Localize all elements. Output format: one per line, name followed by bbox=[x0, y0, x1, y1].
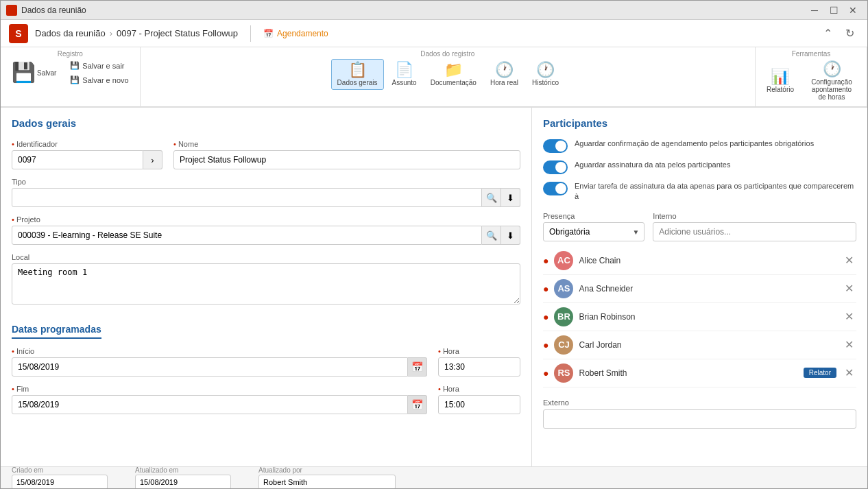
participant-name: Carl Jordan bbox=[579, 340, 836, 350]
hora-fim-label: Hora bbox=[438, 385, 520, 393]
projeto-input-wrap: 🔍 ⬇ bbox=[12, 226, 520, 245]
participant-name: Robert Smith bbox=[579, 368, 797, 378]
fim-date-input[interactable] bbox=[12, 395, 408, 414]
dados-gerais-icon: 📋 bbox=[348, 62, 367, 77]
remove-participant-button[interactable]: ✕ bbox=[842, 338, 856, 351]
tipo-clear-button[interactable]: ⬇ bbox=[501, 188, 520, 207]
dados-gerais-title: Dados gerais bbox=[12, 117, 520, 129]
atualizado-por-label: Atualizado por bbox=[258, 466, 396, 474]
historico-button[interactable]: 🕐 Histórico bbox=[527, 60, 564, 89]
participant-dot: ● bbox=[543, 283, 548, 294]
nome-input[interactable] bbox=[173, 150, 520, 169]
nome-group: Nome bbox=[173, 140, 520, 169]
presenca-select[interactable]: Obrigatória Opcional bbox=[543, 222, 644, 241]
close-button[interactable]: ✕ bbox=[844, 3, 862, 17]
app-icon bbox=[6, 5, 17, 16]
documentacao-button[interactable]: 📁 Documentação bbox=[425, 60, 482, 89]
tipo-search-button[interactable]: 🔍 bbox=[482, 188, 501, 207]
tipo-input[interactable] bbox=[12, 188, 482, 207]
local-group: Local Meeting room 1 bbox=[12, 253, 520, 305]
left-panel: Dados gerais Identificador › Nome bbox=[1, 108, 531, 466]
assunto-icon: 📄 bbox=[395, 62, 413, 77]
participant-row: ● BR Brian Robinson ✕ bbox=[543, 303, 856, 331]
id-nome-row: Identificador › Nome bbox=[12, 140, 520, 169]
remove-participant-button[interactable]: ✕ bbox=[842, 254, 856, 267]
hora-real-button[interactable]: 🕐 Hora real bbox=[485, 60, 524, 89]
criado-em-label: Criado em bbox=[12, 466, 108, 474]
participant-avatar: AC bbox=[554, 251, 573, 270]
toolbar-ferramentas-label: Ferramentas bbox=[792, 50, 831, 58]
toolbar-registro-section: Registro 💾 Salvar 💾 Salvar e sair bbox=[1, 47, 141, 106]
toolbar-registro-buttons: 💾 Salvar 💾 Salvar e sair 💾 Salvar e novo bbox=[6, 59, 134, 86]
header-actions: ⌃ ↻ bbox=[818, 24, 859, 43]
maximize-button[interactable]: ☐ bbox=[825, 3, 843, 17]
toggle3-row: Enviar tarefa de assinatura da ata apena… bbox=[543, 181, 856, 202]
fim-date-wrap: 📅 bbox=[12, 395, 427, 414]
save-button[interactable]: 💾 Salvar bbox=[6, 60, 62, 85]
atualizado-em-input[interactable] bbox=[135, 475, 231, 490]
toolbar-ferramentas-buttons: 📊 Relatório 🕐 Configuração apontamento d… bbox=[761, 59, 861, 104]
atualizado-por-input[interactable] bbox=[258, 475, 396, 490]
participant-avatar: CJ bbox=[554, 335, 573, 355]
presenca-select-wrap: Obrigatória Opcional ▼ bbox=[543, 222, 644, 241]
breadcrumb-home[interactable]: Dados da reunião bbox=[35, 28, 106, 38]
criado-em-group: Criado em bbox=[12, 466, 108, 490]
inicio-calendar-button[interactable]: 📅 bbox=[408, 357, 427, 377]
calendar-link[interactable]: 📅 Agendamento bbox=[263, 29, 328, 38]
toolbar-dados-buttons: 📋 Dados gerais 📄 Assunto 📁 Documentação … bbox=[331, 59, 564, 90]
interno-input[interactable] bbox=[653, 222, 856, 241]
toggle2-switch[interactable] bbox=[543, 160, 568, 174]
historico-label: Histórico bbox=[532, 79, 559, 86]
projeto-input[interactable] bbox=[12, 226, 482, 245]
footer: Criado em Atualizado em Atualizado por bbox=[1, 466, 867, 488]
remove-participant-button[interactable]: ✕ bbox=[842, 282, 856, 295]
projeto-search-button[interactable]: 🔍 bbox=[482, 226, 501, 245]
save-exit-label: Salvar e sair bbox=[82, 62, 124, 70]
inicio-date-input[interactable] bbox=[12, 357, 408, 377]
remove-participant-button[interactable]: ✕ bbox=[842, 366, 856, 379]
inicio-group: Início 📅 bbox=[12, 347, 427, 377]
criado-em-input[interactable] bbox=[12, 475, 108, 490]
atualizado-em-label: Atualizado em bbox=[135, 466, 231, 474]
fim-row: Fim 📅 Hora bbox=[12, 385, 520, 414]
relator-badge: Relator bbox=[804, 368, 836, 378]
relatorio-icon: 📊 bbox=[771, 69, 789, 84]
config-button[interactable]: 🕐 Configuração apontamento de horas bbox=[802, 59, 861, 104]
remove-participant-button[interactable]: ✕ bbox=[842, 310, 856, 323]
tipo-label: Tipo bbox=[12, 178, 520, 186]
app-logo: S bbox=[9, 24, 28, 43]
minimize-button[interactable]: ─ bbox=[806, 3, 823, 17]
id-input[interactable] bbox=[12, 150, 143, 169]
dados-gerais-button[interactable]: 📋 Dados gerais bbox=[331, 59, 384, 90]
dados-gerais-label: Dados gerais bbox=[337, 79, 378, 86]
id-nav-button[interactable]: › bbox=[143, 150, 162, 169]
projeto-clear-button[interactable]: ⬇ bbox=[501, 226, 520, 245]
externo-input[interactable] bbox=[543, 409, 856, 429]
tipo-input-wrap: 🔍 ⬇ bbox=[12, 188, 520, 207]
right-panel: Participantes Aguardar confirmação de ag… bbox=[531, 108, 867, 466]
toolbar-inner: Registro 💾 Salvar 💾 Salvar e sair bbox=[1, 47, 867, 106]
hora-inicio-input[interactable] bbox=[438, 357, 520, 377]
participant-row: ● AC Alice Chain ✕ bbox=[543, 247, 856, 275]
presence-row: Presença Obrigatória Opcional ▼ Interno bbox=[543, 212, 856, 241]
nav-up-button[interactable]: ⌃ bbox=[818, 24, 837, 43]
save-new-label: Salvar e novo bbox=[82, 76, 128, 84]
toggle1-switch[interactable] bbox=[543, 139, 568, 153]
fim-calendar-button[interactable]: 📅 bbox=[408, 395, 427, 414]
hora-fim-input[interactable] bbox=[438, 395, 520, 414]
save-exit-button[interactable]: 💾 Salvar e sair bbox=[64, 59, 134, 72]
calendar-icon: 📅 bbox=[263, 29, 274, 38]
breadcrumb: Dados da reunião › 0097 - Project Status… bbox=[35, 28, 238, 38]
id-input-wrap: › bbox=[12, 150, 162, 169]
refresh-button[interactable]: ↻ bbox=[840, 24, 859, 43]
participant-dot: ● bbox=[543, 255, 548, 266]
save-new-button[interactable]: 💾 Salvar e novo bbox=[64, 73, 134, 86]
breadcrumb-separator: › bbox=[110, 28, 112, 38]
relatorio-button[interactable]: 📊 Relatório bbox=[761, 67, 799, 96]
toggle3-switch[interactable] bbox=[543, 182, 568, 195]
participants-title: Participantes bbox=[543, 117, 856, 129]
local-input[interactable]: Meeting room 1 bbox=[12, 263, 520, 305]
assunto-button[interactable]: 📄 Assunto bbox=[387, 60, 422, 89]
local-label: Local bbox=[12, 253, 520, 261]
fim-group: Fim 📅 bbox=[12, 385, 427, 414]
